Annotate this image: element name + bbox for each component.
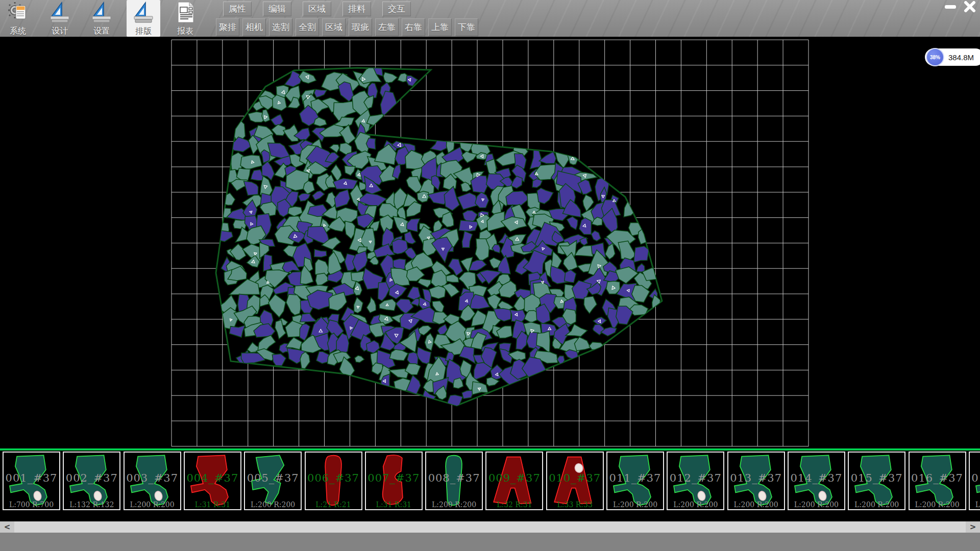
menu-button-interact[interactable]: 交互 (382, 2, 411, 16)
thumbnail-piece[interactable]: 012_#37L:200 R:200 (667, 452, 724, 510)
memory-amount: 384.8M (948, 53, 974, 62)
thumbnail-piece[interactable]: 014_#37L:200 R:200 (788, 452, 845, 510)
piece-lr-count: L:200 R:200 (668, 500, 723, 509)
thumbnail-piece[interactable]: 013_#37L:200 R:200 (727, 452, 785, 510)
close-icon (964, 1, 976, 12)
scroll-left-icon: < (4, 522, 11, 532)
tool-button-align-top[interactable]: 上靠 (428, 18, 452, 36)
piece-lr-count: L:200 R:200 (970, 500, 980, 509)
horizontal-scrollbar[interactable]: < > (0, 521, 980, 533)
piece-lr-count: L:132 R:132 (64, 500, 119, 509)
piece-name: 012_#37 (668, 472, 723, 484)
piece-name: 010_#37 (547, 472, 603, 484)
thumbnail-piece[interactable]: 006_#37L:21 R:21 (305, 452, 362, 510)
app-buttons: 系统设计设置排版报表 (1, 0, 202, 37)
tool-button-cut-all[interactable]: 全割 (296, 18, 319, 36)
close-button[interactable] (963, 1, 977, 12)
piece-name: 016_#37 (910, 472, 965, 484)
app-button-report[interactable]: 报表 (168, 0, 202, 37)
scroll-right-icon: > (970, 522, 976, 532)
memory-percent-indicator: 38% (926, 48, 944, 66)
tool-button-region[interactable]: 区域 (322, 18, 346, 36)
thumbnail-piece[interactable]: 007_#37L:31 R:31 (365, 452, 423, 510)
app-button-label: 设置 (93, 26, 110, 37)
app-button-label: 报表 (177, 26, 193, 37)
piece-lr-count: L:200 R:200 (789, 500, 844, 509)
tool-row: 聚排相机选割全割区域瑕疵左靠右靠上靠下靠 (216, 18, 478, 36)
piece-name: 011_#37 (607, 472, 663, 484)
thumbnail-piece[interactable]: 015_#37L:200 R:200 (848, 452, 905, 510)
thumbnail-piece[interactable]: 011_#37L:200 R:200 (606, 452, 664, 510)
piece-name: 006_#37 (306, 472, 361, 484)
piece-lr-count: L:200 R:200 (849, 500, 904, 509)
menu-button-edit[interactable]: 编辑 (263, 2, 291, 16)
piece-name: 003_#37 (125, 472, 180, 484)
thumbnail-piece[interactable]: 003_#37L:200 R:200 (124, 452, 181, 510)
tool-button-align-right[interactable]: 右靠 (402, 18, 425, 36)
thumbnail-piece[interactable]: 016_#37L:200 R:200 (909, 452, 966, 510)
menu-button-region[interactable]: 区域 (303, 2, 331, 16)
scroll-left-button[interactable]: < (0, 521, 14, 533)
piece-name: 009_#37 (486, 472, 542, 484)
piece-lr-count: L:31 R:31 (185, 500, 240, 509)
thumbnail-piece[interactable]: 001_#37L:700 R:700 (3, 452, 60, 510)
scroll-right-button[interactable]: > (966, 521, 980, 533)
menu-row: 属性编辑区域排料交互 (223, 2, 411, 16)
piece-lr-count: L:31 R:31 (366, 500, 422, 509)
tool-button-align-bottom[interactable]: 下靠 (455, 18, 478, 36)
piece-name: 004_#37 (185, 472, 240, 484)
thumbnail-strip: 001_#37L:700 R:700002_#37L:132 R:132003_… (0, 450, 980, 521)
piece-lr-count: L:21 R:21 (306, 500, 361, 509)
system-gear-icon (8, 1, 28, 26)
tool-button-camera[interactable]: 相机 (242, 18, 266, 36)
tool-button-align-left[interactable]: 左靠 (375, 18, 399, 36)
piece-name: 002_#37 (64, 472, 119, 484)
thumbnail-piece[interactable]: 005_#37L:200 R:200 (244, 452, 302, 510)
thumbnail-piece[interactable]: 010_#37L:33 R:33 (546, 452, 604, 510)
thumbnail-piece[interactable]: 017_#37L:200 R:200 (969, 452, 980, 510)
piece-name: 008_#37 (426, 472, 482, 484)
tool-button-cluster-nest[interactable]: 聚排 (216, 18, 239, 36)
thumbnail-piece[interactable]: 004_#37L:31 R:31 (184, 452, 241, 510)
piece-lr-count: L:200 R:200 (245, 500, 301, 509)
menu-button-properties[interactable]: 属性 (223, 2, 252, 16)
setup-ruler-icon (91, 1, 112, 26)
piece-lr-count: L:700 R:700 (4, 500, 59, 509)
minimize-button[interactable] (943, 1, 958, 12)
nesting-app-window: 系统设计设置排版报表 属性编辑区域排料交互 聚排相机选割全割区域瑕疵左靠右靠上靠… (0, 0, 980, 551)
thumbnail-piece[interactable]: 008_#37L:200 R:200 (425, 452, 483, 510)
status-bar (0, 533, 980, 551)
thumbnail-piece[interactable]: 002_#37L:132 R:132 (63, 452, 120, 510)
design-ruler-icon (50, 1, 70, 26)
nesting-layout-svg (0, 37, 980, 448)
tool-button-defect[interactable]: 瑕疵 (349, 18, 372, 36)
nested-pieces (214, 63, 661, 409)
piece-name: 007_#37 (366, 472, 422, 484)
app-button-label: 排版 (135, 26, 152, 37)
app-button-nesting[interactable]: 排版 (127, 0, 160, 37)
piece-name: 013_#37 (728, 472, 784, 484)
app-button-label: 系统 (10, 26, 26, 37)
nesting-canvas[interactable] (0, 37, 980, 448)
report-doc-icon (175, 1, 195, 26)
piece-name: 005_#37 (245, 472, 301, 484)
app-button-design[interactable]: 设计 (43, 0, 77, 37)
tool-button-select-cut[interactable]: 选割 (269, 18, 292, 36)
piece-name: 017_#37 (970, 472, 980, 484)
piece-lr-count: L:200 R:200 (125, 500, 180, 509)
nesting-ruler-icon (133, 1, 154, 26)
memory-percent: 38% (930, 55, 940, 60)
menu-button-nest[interactable]: 排料 (342, 2, 371, 16)
piece-name: 014_#37 (789, 472, 844, 484)
piece-name: 015_#37 (849, 472, 904, 484)
piece-name: 001_#37 (4, 472, 59, 484)
piece-lr-count: L:200 R:200 (607, 500, 663, 509)
minimize-icon (944, 2, 957, 12)
piece-lr-count: L:200 R:200 (910, 500, 965, 509)
thumbnail-piece[interactable]: 009_#37L:32 R:31 (485, 452, 543, 510)
piece-lr-count: L:200 R:200 (728, 500, 784, 509)
app-button-system[interactable]: 系统 (1, 0, 35, 37)
memory-badge: 38% 384.8M (925, 48, 980, 66)
app-button-label: 设计 (52, 26, 68, 37)
app-button-setup[interactable]: 设置 (85, 0, 118, 37)
